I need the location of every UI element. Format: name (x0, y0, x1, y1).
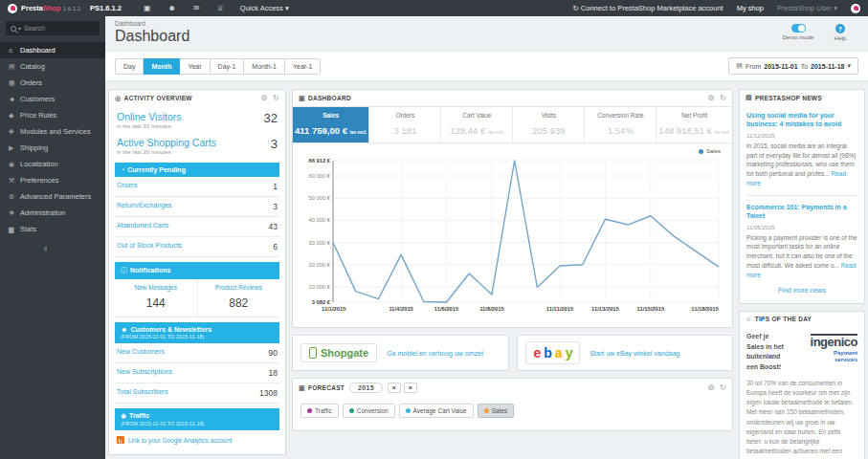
advanced-parameters-icon: ⚙ (9, 193, 20, 201)
refresh-icon[interactable]: ↻ (720, 94, 726, 102)
quick-access-menu[interactable]: Quick Access ▾ (240, 4, 289, 12)
forecast-sales-toggle[interactable]: Sales (478, 404, 514, 418)
toggle-icon[interactable] (791, 24, 806, 33)
sidebar-item-dashboard[interactable]: ⌂ Dashboard (0, 42, 105, 58)
user-avatar[interactable] (851, 4, 860, 13)
google-analytics-link[interactable]: Link to your Google Analytics account (115, 430, 279, 449)
tips-of-the-day-panel: ☼ TIPS OF THE DAY ingenico Paymentservic… (739, 311, 865, 459)
sidebar-item-price-rules[interactable]: ◆ Price Rules (0, 107, 105, 123)
brand-wordmark: PrestaShop1.6.1.2 (21, 4, 80, 12)
stat-label[interactable]: Online Visitors (117, 111, 182, 122)
messages-icon[interactable]: ✉ (193, 4, 200, 12)
range-year-1-button[interactable]: Year-1 (285, 58, 321, 75)
forecast-conversion-toggle[interactable]: Conversion (343, 404, 395, 418)
sidebar-item-preferences[interactable]: ⚒ Preferences (0, 172, 105, 188)
kpi-sales[interactable]: Sales 411 759,00 € tax excl. (293, 107, 369, 142)
date-range-toolbar: Day Month Year Day-1 Month-1 Year-1 ▤ Fr… (105, 51, 868, 81)
help-button[interactable]: ? Help (824, 24, 857, 41)
svg-text:20 000 €: 20 000 € (308, 262, 330, 268)
range-year-button[interactable]: Year (180, 58, 210, 75)
range-day-1-button[interactable]: Day-1 (211, 58, 245, 75)
article-title-link[interactable]: Ecommerce 101: Payments in a Tweet (746, 203, 857, 221)
chart-legend[interactable]: Sales (699, 148, 721, 154)
online-visitors-stat: Online Visitors in the last 30 minutes 3… (109, 106, 285, 132)
article-title-link[interactable]: Using social media for your business: 4 … (746, 111, 857, 129)
kpi-visits[interactable]: Visits 205 939 (513, 107, 585, 142)
shopgate-banner[interactable]: Shopgate Ga mobiel en verhoog uw omzet (292, 335, 509, 371)
svg-text:11/4/2015: 11/4/2015 (389, 306, 413, 312)
kpi-net-profit[interactable]: Net Profit 148 918,51 € tax excl. (657, 107, 732, 142)
forecast-avg-cart-toggle[interactable]: Average Cart Value (399, 404, 474, 418)
breadcrumb[interactable]: Dashboard (115, 20, 189, 27)
range-month-1-button[interactable]: Month-1 (244, 58, 285, 75)
sidebar-item-administration[interactable]: ❖ Administration (0, 205, 105, 221)
svg-text:30 000 €: 30 000 € (308, 240, 330, 246)
brand-version: 1.6.1.2 (63, 6, 80, 11)
svg-text:11/6/2015: 11/6/2015 (434, 306, 459, 312)
sidebar-item-catalog[interactable]: ▤ Catalog (0, 58, 105, 75)
marketplace-link[interactable]: ↻ Connect to PrestaShop Marketplace acco… (572, 4, 723, 12)
kpi-conversion-rate[interactable]: Conversion Rate 1.54% (585, 107, 657, 142)
sidebar-item-orders[interactable]: ▦ Orders (0, 75, 105, 91)
refresh-icon[interactable]: ↻ (720, 383, 726, 392)
sidebar-item-customers[interactable]: ☻ Customers (0, 91, 105, 107)
brand-presta: Presta (21, 4, 43, 12)
prev-year-button[interactable]: « (388, 382, 401, 393)
user-menu[interactable]: PrestaShop User ▾ (777, 4, 837, 12)
activity-panel-title: ACTIVITY OVERVIEW (123, 95, 191, 101)
notifications-section: ⓘNotifications New Messages 144 Product … (115, 262, 279, 317)
cart-icon: ▣ (299, 384, 305, 392)
demo-mode-toggle[interactable]: Demo mode (782, 24, 814, 40)
trophy-icon[interactable]: ♕ (217, 4, 224, 12)
forecast-legend: Traffic Conversion Average Cart Value Sa… (293, 397, 732, 425)
forecast-panel: ▣ FORECAST 2015 « » ⚙ ↻ Traffic (292, 378, 733, 431)
cart-icon[interactable]: ▣ (144, 4, 151, 12)
next-year-button[interactable]: » (404, 382, 417, 393)
customers-icon: ☻ (9, 96, 20, 102)
shopgate-logo: Shopgate (300, 343, 377, 362)
sidebar-item-stats[interactable]: ▆ Stats (0, 221, 105, 237)
kpi-orders[interactable]: Orders 3 181 (369, 107, 441, 142)
stat-value: 3 (271, 137, 278, 151)
date-to: 2015-11-18 (811, 63, 844, 70)
date-range-picker[interactable]: ▤ From 2015-11-01 To 2015-11-18 ▾ (728, 57, 858, 75)
sidebar-item-localization[interactable]: ◉ Localization (0, 156, 105, 172)
forecast-panel-title: FORECAST (308, 384, 345, 391)
ebay-banner[interactable]: ebay Start uw eBay winkel vandaag (517, 335, 734, 371)
news-panel-title: PRESTASHOP NEWS (755, 95, 822, 101)
search-icon (11, 26, 16, 32)
price-rules-icon: ◆ (9, 112, 20, 120)
customers-icon[interactable]: ☻ (168, 4, 176, 12)
find-more-news-link[interactable]: Find more news (746, 287, 857, 294)
cart-icon: ▣ (299, 95, 305, 102)
gear-icon[interactable]: ⚙ (708, 94, 715, 102)
collapse-menu-icon[interactable]: ‖ (44, 245, 105, 253)
search-caret-icon[interactable]: ▾ (18, 25, 21, 32)
stat-label[interactable]: Active Shopping Carts (117, 137, 216, 148)
sidebar-search[interactable]: ▾ (6, 21, 100, 35)
range-day-button[interactable]: Day (115, 58, 144, 75)
search-input[interactable] (24, 25, 91, 32)
article-date: 11/12/2015 (746, 133, 857, 139)
traffic-dot-icon (307, 408, 312, 413)
help-icon[interactable]: ? (835, 24, 845, 33)
localization-icon: ◉ (9, 161, 20, 168)
refresh-icon[interactable]: ↻ (273, 94, 279, 102)
connect-icon: ↻ (572, 4, 578, 12)
google-analytics-icon (117, 436, 124, 444)
shipping-icon: ▶ (9, 144, 20, 152)
gear-icon[interactable]: ⚙ (261, 94, 268, 102)
forecast-traffic-toggle[interactable]: Traffic (300, 404, 339, 418)
sales-dot-icon (484, 408, 489, 413)
svg-text:66 912 €: 66 912 € (308, 158, 330, 164)
my-shop-link[interactable]: My shop (737, 4, 764, 12)
person-icon: ☻ (121, 326, 127, 333)
gear-icon[interactable]: ⚙ (708, 383, 715, 392)
sidebar-item-shipping[interactable]: ▶ Shipping (0, 140, 105, 156)
range-month-button[interactable]: Month (144, 58, 180, 75)
pending-row-returns: Return/Exchanges 3 (115, 197, 279, 217)
kpi-cart-value[interactable]: Cart Value 129,44 € tax excl. (441, 107, 513, 142)
sidebar-item-advanced-parameters[interactable]: ⚙ Advanced Parameters (0, 188, 105, 205)
svg-text:11/8/2015: 11/8/2015 (479, 306, 504, 312)
sidebar-item-modules[interactable]: ✚ Modules and Services (0, 123, 105, 140)
